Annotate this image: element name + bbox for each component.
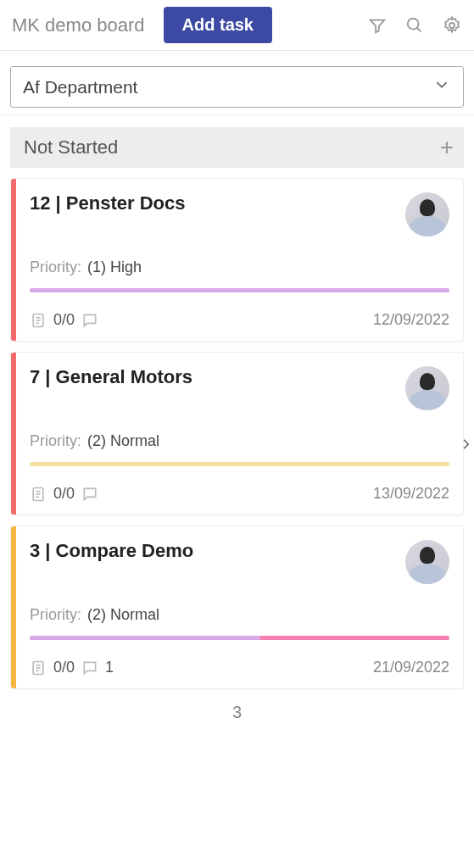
task-card[interactable]: 7 | General Motors Priority: (2) Normal … [10,352,464,515]
priority-value: (2) Normal [87,606,159,623]
department-dropdown[interactable]: Af Department [10,66,464,108]
column-header: Not Started + [10,127,464,168]
comment-count: 1 [105,659,114,676]
checklist-icon [30,659,47,676]
add-task-button[interactable]: Add task [164,7,272,43]
priority-label: Priority: [30,432,81,449]
comment-icon [81,659,98,676]
checklist-icon [30,486,47,503]
task-card[interactable]: 3 | Compare Demo Priority: (2) Normal 0/… [10,526,464,689]
priority-row: Priority: (2) Normal [30,606,449,624]
checklist-count: 0/0 [53,311,75,329]
avatar[interactable] [405,366,449,410]
card-date: 13/09/2022 [373,485,449,503]
add-card-button[interactable]: + [440,136,454,159]
priority-label: Priority: [30,606,81,623]
checklist-icon [30,312,47,329]
card-title: 12 | Penster Docs [30,192,185,214]
comment-icon [81,312,98,329]
card-date: 12/09/2022 [373,311,449,329]
svg-point-2 [449,23,454,28]
search-icon[interactable] [401,12,428,39]
progress-bar [30,636,449,640]
card-title: 7 | General Motors [30,366,192,388]
progress-bar [30,462,449,466]
column-card-count: 3 [10,689,464,736]
header-bar: MK demo board Add task [0,0,474,51]
priority-label: Priority: [30,259,81,275]
filter-dropdown-container: Af Department [0,51,474,115]
priority-value: (1) High [87,259,142,275]
avatar[interactable] [405,192,449,236]
kanban-column: Not Started + 12 | Penster Docs Priority… [0,115,474,736]
priority-value: (2) Normal [87,432,159,449]
column-title: Not Started [24,136,118,159]
filter-icon[interactable] [364,12,391,39]
board-title: MK demo board [12,14,145,36]
card-date: 21/09/2022 [373,659,449,676]
priority-row: Priority: (1) High [30,259,449,276]
avatar[interactable] [405,540,449,584]
priority-row: Priority: (2) Normal [30,432,449,450]
task-card[interactable]: 12 | Penster Docs Priority: (1) High 0/0 [10,178,464,342]
comment-icon [81,486,98,503]
progress-bar [30,288,449,292]
gear-icon[interactable] [438,12,466,39]
svg-line-1 [417,27,421,31]
svg-point-0 [408,18,419,29]
chevron-down-icon [432,75,451,98]
checklist-count: 0/0 [53,485,75,503]
dropdown-selected: Af Department [23,77,137,97]
card-title: 3 | Compare Demo [30,540,193,562]
checklist-count: 0/0 [53,659,75,676]
next-column-button[interactable] [459,432,472,459]
